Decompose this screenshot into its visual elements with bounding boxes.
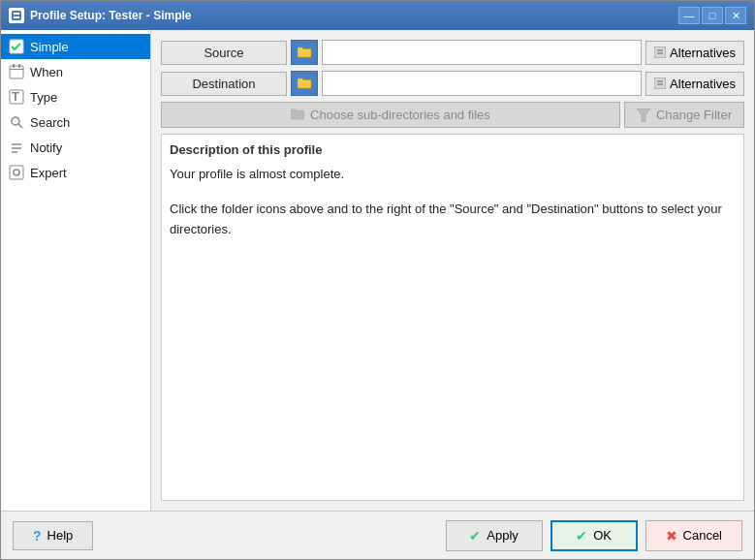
subdirs-button[interactable]: Choose sub-directories and files: [161, 102, 620, 128]
filter-button[interactable]: Change Filter: [624, 102, 744, 128]
description-title: Description of this profile: [170, 142, 736, 157]
source-row: Source Alternatives: [161, 40, 744, 65]
cancel-button[interactable]: ✖ Cancel: [645, 520, 742, 551]
svg-text:T: T: [12, 89, 19, 104]
svg-rect-1: [14, 13, 19, 15]
svg-rect-5: [13, 64, 15, 68]
svg-rect-2: [14, 16, 19, 18]
subdirs-icon: [291, 109, 304, 122]
destination-row: Destination Alternatives: [161, 71, 744, 96]
sidebar-item-type[interactable]: T Type: [1, 84, 150, 109]
svg-marker-23: [637, 109, 650, 122]
svg-rect-7: [10, 69, 23, 70]
sidebar-label-notify: Notify: [30, 140, 62, 155]
destination-alternatives-button[interactable]: Alternatives: [645, 72, 744, 96]
expert-icon: [9, 165, 24, 180]
footer-right: ✔ Apply ✔ OK ✖ Cancel: [446, 520, 742, 551]
sidebar-item-search[interactable]: Search: [1, 109, 150, 135]
help-button[interactable]: ? Help: [13, 521, 93, 550]
svg-rect-4: [10, 66, 23, 78]
main-window: Profile Setup: Tester - Simple — □ ✕ Sim…: [0, 0, 755, 560]
description-line2: Click the folder icons above and to the …: [170, 200, 736, 240]
sidebar-label-when: When: [30, 65, 63, 79]
help-label: Help: [47, 528, 74, 543]
window-title: Profile Setup: Tester - Simple: [30, 9, 191, 22]
app-icon: [9, 8, 24, 23]
filter-icon: [637, 109, 650, 122]
apply-button[interactable]: ✔ Apply: [446, 520, 543, 551]
apply-label: Apply: [487, 528, 519, 543]
svg-rect-6: [18, 64, 20, 68]
alternatives-label-2: Alternatives: [670, 77, 736, 91]
sidebar-item-notify[interactable]: Notify: [1, 135, 150, 160]
ok-label: OK: [593, 528, 612, 543]
alternatives-label-1: Alternatives: [670, 46, 736, 60]
sidebar-item-simple[interactable]: Simple: [1, 34, 150, 59]
svg-rect-17: [654, 47, 666, 58]
title-bar-controls: — □ ✕: [678, 7, 746, 24]
search-icon: [9, 114, 24, 130]
ok-check-icon: ✔: [576, 528, 587, 544]
minimize-button[interactable]: —: [678, 7, 700, 24]
main-content: Source Alternatives Destination: [151, 30, 754, 511]
source-folder-button[interactable]: [291, 40, 318, 65]
alternatives-icon: [654, 47, 666, 58]
subdirs-filter-row: Choose sub-directories and files Change …: [161, 102, 744, 128]
destination-input[interactable]: [322, 71, 642, 96]
title-bar-left: Profile Setup: Tester - Simple: [9, 8, 191, 23]
svg-rect-20: [654, 78, 666, 89]
destination-button[interactable]: Destination: [161, 72, 287, 96]
notify-icon: [9, 140, 24, 155]
folder-icon-2: [298, 78, 311, 89]
subdirs-label: Choose sub-directories and files: [310, 108, 490, 122]
close-button[interactable]: ✕: [725, 7, 746, 24]
source-alternatives-button[interactable]: Alternatives: [645, 41, 744, 65]
svg-rect-15: [10, 166, 23, 179]
type-icon: T: [9, 89, 24, 105]
folder-icon: [298, 47, 311, 58]
footer-left: ? Help: [13, 521, 93, 550]
sidebar-label-simple: Simple: [30, 40, 69, 54]
svg-line-11: [18, 124, 22, 128]
sidebar-label-type: Type: [30, 90, 57, 105]
when-icon: [9, 64, 24, 79]
title-bar: Profile Setup: Tester - Simple — □ ✕: [1, 1, 754, 30]
help-icon: ?: [33, 528, 42, 544]
cancel-label: Cancel: [683, 528, 722, 543]
destination-folder-button[interactable]: [291, 71, 318, 96]
sidebar: Simple When T Type Search: [1, 30, 151, 511]
footer: ? Help ✔ Apply ✔ OK ✖ Cancel: [1, 511, 754, 559]
apply-check-icon: ✔: [469, 528, 481, 544]
window-body: Simple When T Type Search: [1, 30, 754, 511]
sidebar-label-search: Search: [30, 115, 70, 130]
sidebar-label-expert: Expert: [30, 166, 67, 180]
description-box: Description of this profile Your profile…: [161, 134, 744, 501]
simple-icon: [9, 39, 24, 54]
description-line1: Your profile is almost complete.: [170, 165, 736, 185]
svg-rect-0: [12, 11, 21, 20]
sidebar-item-expert[interactable]: Expert: [1, 160, 150, 185]
ok-button[interactable]: ✔ OK: [551, 520, 638, 551]
source-input[interactable]: [322, 40, 642, 65]
cancel-x-icon: ✖: [666, 528, 677, 544]
alternatives-icon-2: [654, 78, 666, 89]
filter-label: Change Filter: [656, 108, 732, 122]
source-button[interactable]: Source: [161, 41, 287, 65]
maximize-button[interactable]: □: [702, 7, 723, 24]
svg-point-10: [12, 117, 19, 125]
sidebar-item-when[interactable]: When: [1, 59, 150, 84]
